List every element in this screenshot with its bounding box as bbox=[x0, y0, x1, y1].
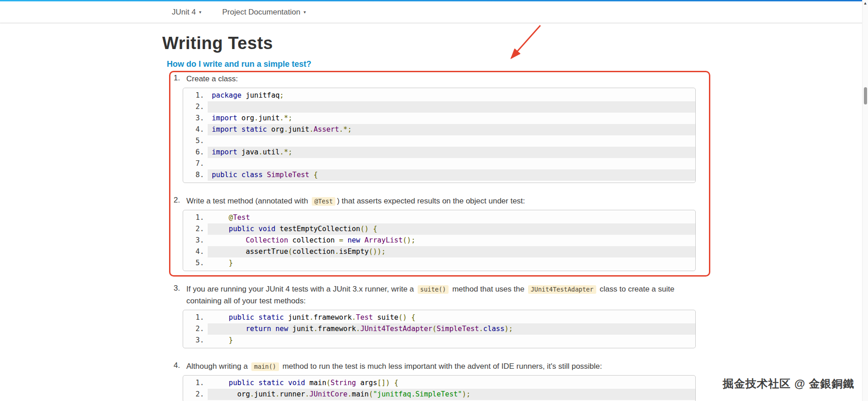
scrollbar[interactable]: ▲ bbox=[862, 0, 868, 401]
code-line: 3. } bbox=[183, 335, 695, 346]
step-text-segment: ) that asserts expected results on the o… bbox=[337, 197, 525, 205]
code-line-text: public void testEmptyCollection() { bbox=[208, 223, 695, 235]
code-line-text: public class SimpleTest { bbox=[208, 169, 695, 181]
code-line-text: return new junit.framework.JUnit4TestAda… bbox=[208, 323, 695, 335]
step-text-segment: Create a class: bbox=[186, 74, 238, 83]
code-block: 1. @Test2. public void testEmptyCollecti… bbox=[183, 210, 696, 271]
line-number: 7. bbox=[183, 158, 204, 169]
inline-code: @Test bbox=[312, 197, 336, 206]
line-number: 2. bbox=[183, 101, 204, 113]
line-number: 5. bbox=[183, 135, 204, 147]
scrollbar-thumb[interactable] bbox=[864, 87, 867, 104]
line-number: 2. bbox=[183, 323, 204, 335]
step-number: 1. bbox=[174, 74, 180, 83]
code-line-text: Collection collection = new ArrayList(); bbox=[208, 235, 695, 246]
line-number: 3. bbox=[183, 113, 204, 124]
code-line: 4.import static org.junit.Assert.*; bbox=[183, 124, 695, 135]
code-line: 2. bbox=[183, 101, 695, 113]
code-block: 1. public static junit.framework.Test su… bbox=[183, 310, 696, 348]
line-number: 1. bbox=[183, 377, 204, 389]
code-line: 1. public static junit.framework.Test su… bbox=[183, 312, 695, 323]
step-text-segment: method that uses the bbox=[450, 285, 526, 293]
code-line: 2. org.junit.runner.JUnitCore.main("juni… bbox=[183, 389, 695, 400]
page-title: Writing Tests bbox=[162, 33, 868, 54]
code-block: 1.package junitfaq;2.3.import org.junit.… bbox=[183, 88, 696, 183]
watermark: 掘金技术社区 @ 金銀銅鐵 bbox=[723, 376, 854, 391]
code-line: 1.package junitfaq; bbox=[183, 90, 695, 101]
step-text-segment: method to run the test is much less impo… bbox=[280, 362, 602, 371]
code-line-text: @Test bbox=[208, 212, 695, 223]
nav-item-label: Project Documentation bbox=[222, 8, 300, 17]
code-line: 8.public class SimpleTest { bbox=[183, 169, 695, 181]
code-line-text: public static junit.framework.Test suite… bbox=[208, 312, 695, 323]
section-heading-link[interactable]: How do I write and run a simple test? bbox=[167, 59, 868, 69]
code-line-text: import java.util.*; bbox=[208, 147, 695, 158]
code-line: 5. } bbox=[183, 257, 695, 269]
line-number: 1. bbox=[183, 312, 204, 323]
code-line-text bbox=[208, 101, 695, 113]
step-number: 3. bbox=[174, 284, 180, 293]
code-block: 1. public static void main(String args[]… bbox=[183, 375, 696, 401]
code-line: 3. Collection collection = new ArrayList… bbox=[183, 235, 695, 246]
line-number: 6. bbox=[183, 147, 204, 158]
main-content: Writing Tests How do I write and run a s… bbox=[0, 33, 868, 401]
nav-item-junit4[interactable]: JUnit 4 ▾ bbox=[172, 8, 201, 17]
line-number: 3. bbox=[183, 235, 204, 246]
line-number: 2. bbox=[183, 223, 204, 235]
line-number: 8. bbox=[183, 169, 204, 181]
code-line-text bbox=[208, 158, 695, 169]
line-number: 1. bbox=[183, 90, 204, 101]
top-nav: JUnit 4 ▾ Project Documentation ▾ bbox=[0, 0, 868, 23]
chevron-down-icon: ▾ bbox=[199, 10, 201, 15]
step-number: 2. bbox=[174, 196, 180, 205]
step-text: If you are running your JUnit 4 tests wi… bbox=[186, 283, 694, 307]
step-text-segment: Write a test method (annotated with bbox=[186, 197, 310, 205]
code-line-text: } bbox=[208, 257, 695, 269]
code-line: 1. @Test bbox=[183, 212, 695, 223]
code-line: 2. public void testEmptyCollection() { bbox=[183, 223, 695, 235]
line-number: 3. bbox=[183, 335, 204, 346]
code-line: 5. bbox=[183, 135, 695, 147]
code-line-text: import org.junit.*; bbox=[208, 113, 695, 124]
line-number: 5. bbox=[183, 257, 204, 269]
line-number: 1. bbox=[183, 212, 204, 223]
line-number: 4. bbox=[183, 124, 204, 135]
code-line-text bbox=[208, 135, 695, 147]
inline-code: main() bbox=[251, 362, 279, 371]
code-line-text: public static void main(String args[]) { bbox=[208, 377, 695, 389]
step-item: 1. Create a class: 1.package junitfaq;2.… bbox=[186, 73, 868, 183]
steps-list: 1. Create a class: 1.package junitfaq;2.… bbox=[186, 73, 868, 401]
step-number: 4. bbox=[174, 361, 180, 370]
step-text: Write a test method (annotated with @Tes… bbox=[186, 195, 694, 207]
code-line: 1. public static void main(String args[]… bbox=[183, 377, 695, 389]
nav-item-label: JUnit 4 bbox=[172, 8, 196, 17]
inline-code: JUnit4TestAdapter bbox=[528, 285, 596, 294]
line-number: 2. bbox=[183, 389, 204, 400]
code-line: 4. assertTrue(collection.isEmpty()); bbox=[183, 246, 695, 257]
chevron-down-icon: ▾ bbox=[304, 10, 306, 15]
line-number: 4. bbox=[183, 246, 204, 257]
code-line-text: org.junit.runner.JUnitCore.main("junitfa… bbox=[208, 389, 695, 400]
code-line: 3.import org.junit.*; bbox=[183, 113, 695, 124]
step-text: Although writing a main() method to run … bbox=[186, 361, 694, 372]
top-accent-bar bbox=[0, 0, 868, 1]
step-text-segment: Although writing a bbox=[186, 362, 250, 371]
step-item: 3. If you are running your JUnit 4 tests… bbox=[186, 283, 868, 348]
step-item: 2. Write a test method (annotated with @… bbox=[186, 195, 868, 271]
step-text-segment: If you are running your JUnit 4 tests wi… bbox=[186, 285, 416, 293]
inline-code: suite() bbox=[418, 285, 449, 294]
code-line-text: package junitfaq; bbox=[208, 90, 695, 101]
scroll-up-icon[interactable]: ▲ bbox=[863, 0, 868, 5]
code-line-text: } bbox=[208, 335, 695, 346]
nav-item-project-documentation[interactable]: Project Documentation ▾ bbox=[222, 8, 306, 17]
code-line-text: assertTrue(collection.isEmpty()); bbox=[208, 246, 695, 257]
code-line: 7. bbox=[183, 158, 695, 169]
step-text: Create a class: bbox=[186, 73, 694, 85]
code-line-text: import static org.junit.Assert.*; bbox=[208, 124, 695, 135]
code-line: 2. return new junit.framework.JUnit4Test… bbox=[183, 323, 695, 335]
code-line: 6.import java.util.*; bbox=[183, 147, 695, 158]
